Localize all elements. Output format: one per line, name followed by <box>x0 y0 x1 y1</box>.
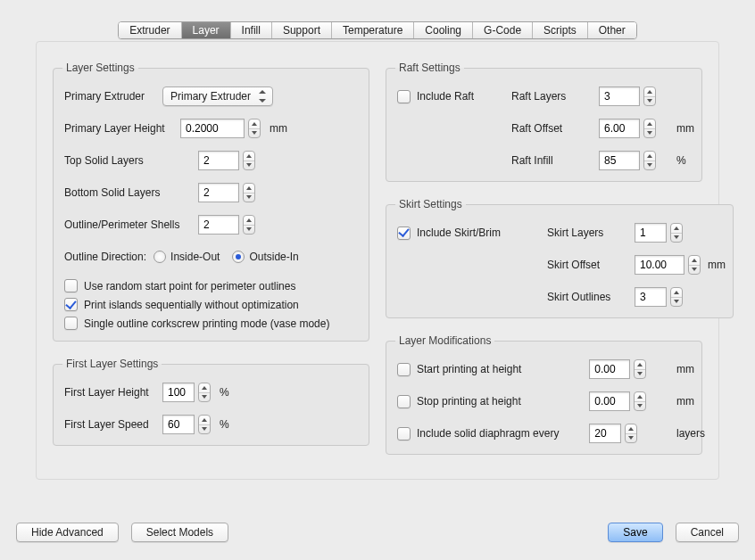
skirt-offset-label: Skirt Offset <box>547 259 627 271</box>
start-height-checkbox[interactable] <box>397 363 411 376</box>
stop-height-input[interactable] <box>589 391 630 411</box>
skirt-layers-stepper[interactable] <box>635 223 701 243</box>
step-up-icon[interactable] <box>199 416 210 424</box>
include-raft-label: Include Raft <box>417 90 474 103</box>
raft-infill-stepper[interactable] <box>599 151 669 170</box>
tab-gcode[interactable]: G-Code <box>473 22 533 38</box>
tab-support[interactable]: Support <box>272 22 332 38</box>
save-button[interactable]: Save <box>608 523 662 542</box>
step-up-icon[interactable] <box>644 152 655 161</box>
step-down-icon[interactable] <box>244 161 254 170</box>
step-down-icon[interactable] <box>644 128 655 138</box>
step-down-icon[interactable] <box>635 401 645 411</box>
unit-percent: % <box>220 418 229 431</box>
skirt-offset-stepper[interactable] <box>635 255 701 275</box>
diaphragm-stepper[interactable] <box>589 424 669 443</box>
bottom-solid-stepper[interactable] <box>198 183 255 202</box>
raft-layers-stepper[interactable] <box>599 86 669 106</box>
primary-layer-height-input[interactable] <box>180 119 245 138</box>
first-layer-speed-stepper[interactable] <box>162 415 211 434</box>
tab-infill[interactable]: Infill <box>231 22 272 38</box>
group-title: Layer Modifications <box>395 334 494 347</box>
tab-cooling[interactable]: Cooling <box>414 22 473 38</box>
perimeter-stepper[interactable] <box>198 215 255 235</box>
tab-layer[interactable]: Layer <box>182 22 231 38</box>
step-down-icon[interactable] <box>689 265 700 275</box>
primary-extruder-value: Primary Extruder <box>170 90 251 103</box>
random-start-checkbox[interactable] <box>64 279 78 292</box>
step-down-icon[interactable] <box>626 433 636 443</box>
skirt-layers-input[interactable] <box>635 223 667 243</box>
select-models-button[interactable]: Select Models <box>131 523 228 542</box>
raft-layers-input[interactable] <box>599 86 640 106</box>
step-up-icon[interactable] <box>671 288 682 297</box>
stop-height-checkbox[interactable] <box>397 395 411 408</box>
step-up-icon[interactable] <box>626 424 636 433</box>
unit-mm: mm <box>676 363 691 375</box>
step-up-icon[interactable] <box>199 383 210 392</box>
sequential-checkbox[interactable] <box>64 298 78 311</box>
stop-height-stepper[interactable] <box>589 391 669 411</box>
step-up-icon[interactable] <box>635 360 645 369</box>
unit-layers: layers <box>676 427 691 440</box>
step-down-icon[interactable] <box>671 297 682 307</box>
perimeter-input[interactable] <box>198 215 239 235</box>
radio-inside-out[interactable] <box>153 251 166 263</box>
cancel-button[interactable]: Cancel <box>676 523 739 542</box>
group-title: First Layer Settings <box>62 358 162 370</box>
step-up-icon[interactable] <box>671 224 682 233</box>
step-up-icon[interactable] <box>635 392 645 401</box>
primary-layer-height-stepper[interactable] <box>180 119 261 138</box>
tab-extruder[interactable]: Extruder <box>119 22 181 38</box>
step-down-icon[interactable] <box>671 233 682 243</box>
first-layer-speed-label: First Layer Speed <box>64 418 162 431</box>
unit-percent: % <box>676 154 691 167</box>
diaphragm-input[interactable] <box>589 424 621 443</box>
primary-extruder-select[interactable]: Primary Extruder <box>162 86 273 106</box>
include-skirt-checkbox[interactable] <box>397 226 411 240</box>
diaphragm-checkbox[interactable] <box>397 427 411 441</box>
hide-advanced-button[interactable]: Hide Advanced <box>16 523 119 542</box>
skirt-outlines-stepper[interactable] <box>635 287 701 307</box>
bottom-solid-input[interactable] <box>198 183 239 202</box>
top-solid-stepper[interactable] <box>198 151 255 170</box>
step-down-icon[interactable] <box>199 392 210 402</box>
vase-label: Single outline corkscrew printing mode (… <box>84 317 329 330</box>
top-solid-input[interactable] <box>198 151 239 170</box>
step-down-icon[interactable] <box>644 96 655 106</box>
raft-offset-stepper[interactable] <box>599 119 669 138</box>
first-layer-height-input[interactable] <box>162 383 195 402</box>
step-up-icon[interactable] <box>249 119 260 128</box>
radio-outside-in[interactable] <box>232 251 245 263</box>
primary-layer-height-label: Primary Layer Height <box>64 122 180 135</box>
skirt-offset-input[interactable] <box>635 255 684 275</box>
first-layer-speed-input[interactable] <box>162 415 195 434</box>
step-down-icon[interactable] <box>644 161 655 170</box>
raft-infill-input[interactable] <box>599 151 640 170</box>
raft-layers-label: Raft Layers <box>511 90 592 103</box>
start-height-input[interactable] <box>589 359 630 379</box>
step-up-icon[interactable] <box>244 152 254 161</box>
unit-mm: mm <box>676 122 691 135</box>
step-up-icon[interactable] <box>689 256 700 265</box>
tab-scripts[interactable]: Scripts <box>533 22 588 38</box>
step-up-icon[interactable] <box>644 87 655 96</box>
vase-checkbox[interactable] <box>64 317 78 330</box>
primary-extruder-label: Primary Extruder <box>64 90 162 103</box>
step-up-icon[interactable] <box>244 184 254 193</box>
step-down-icon[interactable] <box>244 193 254 202</box>
skirt-outlines-input[interactable] <box>635 287 667 307</box>
first-layer-height-stepper[interactable] <box>162 383 211 402</box>
tab-temperature[interactable]: Temperature <box>332 22 414 38</box>
tab-other[interactable]: Other <box>588 22 636 38</box>
include-raft-checkbox[interactable] <box>397 90 411 103</box>
start-height-stepper[interactable] <box>589 359 669 379</box>
step-up-icon[interactable] <box>644 119 655 128</box>
step-down-icon[interactable] <box>244 225 254 235</box>
raft-offset-input[interactable] <box>599 119 640 138</box>
outside-in-label: Outside-In <box>249 251 298 263</box>
step-down-icon[interactable] <box>199 424 210 434</box>
step-down-icon[interactable] <box>635 369 645 379</box>
step-down-icon[interactable] <box>249 128 260 138</box>
step-up-icon[interactable] <box>244 216 254 225</box>
